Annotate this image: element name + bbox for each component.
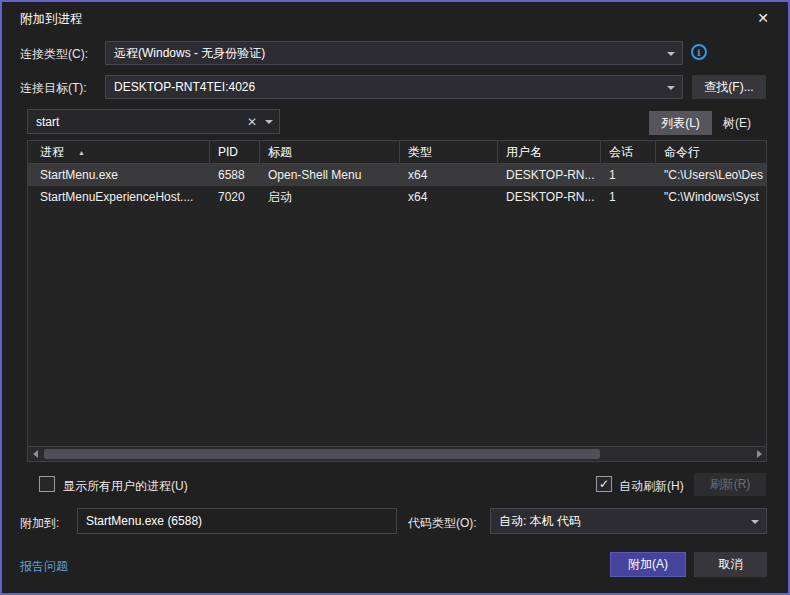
cell-process: StartMenu.exe [28,164,210,186]
cell-user: DESKTOP-RN... [498,164,601,186]
column-header-user[interactable]: 用户名 [498,141,601,163]
scroll-right-icon[interactable] [752,447,766,461]
cell-type: x64 [400,164,498,186]
cell-pid: 7020 [210,186,260,208]
refresh-button[interactable]: 刷新(R) [694,473,766,496]
column-header-type[interactable]: 类型 [400,141,498,163]
close-icon[interactable]: ✕ [752,8,774,28]
chevron-down-icon [751,520,759,524]
attach-to-value: StartMenu.exe (6588) [86,514,202,528]
scrollbar-thumb[interactable] [44,449,600,459]
cell-title: Open-Shell Menu [260,164,400,186]
column-header-pid[interactable]: PID [210,141,260,163]
connection-target-value: DESKTOP-RNT4TEI:4026 [114,80,255,94]
connection-type-label: 连接类型(C): [20,46,88,63]
cancel-button[interactable]: 取消 [694,552,767,577]
connection-type-combo[interactable]: 远程(Windows - 无身份验证) [105,41,683,65]
cell-title: 启动 [260,186,400,208]
clear-search-icon[interactable]: ✕ [241,115,263,129]
connection-type-value: 远程(Windows - 无身份验证) [114,45,265,62]
show-all-users-label: 显示所有用户的进程(U) [63,478,188,495]
column-header-cmdline[interactable]: 命令行 [656,141,766,163]
code-type-label: 代码类型(O): [408,515,477,532]
code-type-value: 自动: 本机 代码 [499,513,581,530]
chevron-down-icon[interactable] [265,120,273,124]
chevron-down-icon [667,86,675,90]
connection-target-label: 连接目标(T): [20,80,87,97]
process-search-input[interactable]: start ✕ [27,109,280,134]
attach-to-field[interactable]: StartMenu.exe (6588) [77,508,397,534]
report-problem-link[interactable]: 报告问题 [20,558,68,575]
horizontal-scrollbar[interactable] [28,446,766,461]
show-all-users-checkbox[interactable] [39,476,55,492]
cell-type: x64 [400,186,498,208]
connection-target-combo[interactable]: DESKTOP-RNT4TEI:4026 [105,75,683,99]
column-header-title[interactable]: 标题 [260,141,400,163]
table-row[interactable]: StartMenuExperienceHost.... 7020 启动 x64 … [28,186,766,208]
column-header-session[interactable]: 会话 [601,141,656,163]
view-list-button[interactable]: 列表(L) [649,111,712,135]
scroll-left-icon[interactable] [28,447,42,461]
auto-refresh-checkbox[interactable] [596,476,612,492]
dialog-title: 附加到进程 [20,11,83,28]
cell-process: StartMenuExperienceHost.... [28,186,210,208]
column-header-process[interactable]: 进程 ▲ [28,141,210,163]
title-bar: 附加到进程 ✕ [2,2,788,34]
cell-session: 1 [601,164,656,186]
find-button[interactable]: 查找(F)... [692,75,766,99]
cell-cmdline: "C:\Users\Leo\Des [656,164,766,186]
chevron-down-icon [667,52,675,56]
table-row[interactable]: StartMenu.exe 6588 Open-Shell Menu x64 D… [28,164,766,186]
cell-session: 1 [601,186,656,208]
attach-to-process-dialog: 附加到进程 ✕ 连接类型(C): 远程(Windows - 无身份验证) i 连… [0,0,790,595]
sort-ascending-icon: ▲ [78,149,85,156]
cell-pid: 6588 [210,164,260,186]
table-header: 进程 ▲ PID 标题 类型 用户名 会话 命令行 [28,141,766,164]
attach-to-label: 附加到: [20,515,59,532]
code-type-combo[interactable]: 自动: 本机 代码 [490,508,767,534]
cell-cmdline: "C:\Windows\Syst [656,186,766,208]
process-table: 进程 ▲ PID 标题 类型 用户名 会话 命令行 StartMenu.exe … [27,140,767,462]
attach-button[interactable]: 附加(A) [610,552,686,577]
auto-refresh-label: 自动刷新(H) [619,478,684,495]
scrollbar-track[interactable] [42,447,752,461]
info-icon[interactable]: i [691,44,707,60]
view-tree-button[interactable]: 树(E) [712,111,762,135]
cell-user: DESKTOP-RN... [498,186,601,208]
search-value: start [36,115,241,129]
